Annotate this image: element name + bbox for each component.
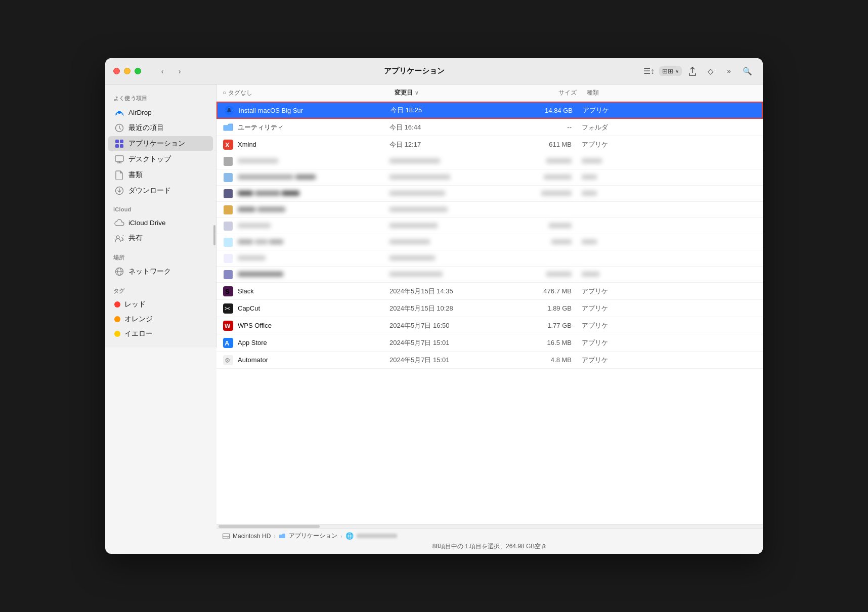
app-store-name: App Store [238,339,389,346]
file-row-capcut[interactable]: ✂ CapCut 2024年5月15日 10:28 1.89 GB アプリケ [216,300,763,317]
install-macos-kind: アプリケ [573,106,756,115]
hard-drive-icon [223,533,230,539]
svg-text:W: W [225,323,231,330]
minimize-button[interactable] [124,68,131,74]
view-selector[interactable]: ⊞⊞ ∨ [659,66,682,76]
date-column-header[interactable]: 変更日 ∨ [395,89,506,97]
share-button[interactable] [685,64,700,78]
h-scrollbar-thumb[interactable] [219,525,320,528]
file-row-blurred-5[interactable] [216,218,763,234]
svg-text:S: S [225,288,230,295]
downloads-icon [114,186,124,196]
svg-rect-3 [120,140,123,143]
svg-text:A: A [225,339,230,347]
main-content: よく使う項目 AirDrop 最近の項目 [105,84,763,554]
automator-date: 2024年5月7日 15:01 [389,356,501,365]
tag-filter-label: ○ タグなし [223,89,252,97]
sidebar-item-tag-orange[interactable]: オレンジ [108,312,213,326]
sidebar-item-network[interactable]: ネットワーク [108,264,213,279]
breadcrumb-applications: アプリケーション [289,532,337,540]
toolbar-actions: ☰↕ ⊞⊞ ∨ ◇ » 🔍 [642,64,755,78]
svg-rect-5 [120,144,123,148]
utilities-kind: フォルダ [572,123,757,132]
sidebar-item-applications[interactable]: アプリケーション [108,136,213,151]
grid-view-icon: ⊞⊞ [662,67,673,75]
xmind-name: Xmind [238,141,389,148]
sidebar: よく使う項目 AirDrop 最近の項目 [105,84,216,347]
sidebar-item-shared[interactable]: 共有 [108,231,213,246]
utilities-size: -- [501,123,572,131]
macos-installer-icon [224,105,235,116]
breadcrumb-folder-icon [279,533,286,539]
tag-orange-dot [114,316,120,322]
file-row-blurred-3[interactable] [216,186,763,202]
sidebar-item-icloud-drive[interactable]: iCloud Drive [108,215,213,230]
recents-icon [114,123,124,133]
sidebar-item-documents[interactable]: 書類 [108,167,213,183]
file-row-automator[interactable]: ⚙ Automator 2024年5月7日 15:01 4.8 MB アプリケ [216,352,763,369]
file-row-blurred-4[interactable] [216,202,763,218]
sidebar-item-desktop[interactable]: デスクトップ [108,152,213,167]
svg-rect-26 [223,534,230,539]
column-headers: ○ タグなし 変更日 ∨ サイズ 種類 [216,84,763,102]
sidebar-network-label: ネットワーク [128,267,171,276]
svg-text:X: X [225,141,230,149]
sidebar-desktop-label: デスクトップ [128,155,171,164]
xmind-size: 611 MB [501,141,572,148]
titlebar: ‹ › アプリケーション ☰↕ ⊞⊞ ∨ ◇ » 🔍 [105,58,763,84]
automator-name: Automator [238,356,389,364]
app-store-kind: アプリケ [572,338,757,347]
file-row-blurred-6[interactable] [216,234,763,250]
sidebar-documents-label: 書類 [128,170,143,180]
desktop-icon [114,154,124,164]
capcut-date: 2024年5月15日 10:28 [389,304,501,313]
automator-kind: アプリケ [572,356,757,365]
fullscreen-button[interactable] [135,68,141,74]
icloud-section-label: iCloud [105,202,216,214]
slack-kind: アプリケ [572,287,757,296]
file-row-blurred-7[interactable] [216,250,763,267]
search-button[interactable]: 🔍 [740,64,755,78]
capcut-size: 1.89 GB [501,304,572,312]
file-row-utilities[interactable]: ユーティリティ 今日 16:44 -- フォルダ [216,119,763,136]
sidebar-item-recents[interactable]: 最近の項目 [108,120,213,136]
close-button[interactable] [113,68,120,74]
file-row-install-macos[interactable]: Install macOS Big Sur 今日 18:25 14.84 GB … [216,102,763,119]
capcut-kind: アプリケ [572,304,757,313]
breadcrumb-blurred [357,534,397,538]
utilities-folder-icon [223,122,234,133]
install-macos-name: Install macOS Big Sur [239,107,390,114]
forward-button[interactable]: › [172,64,187,78]
file-row-app-store[interactable]: A App Store 2024年5月7日 15:01 16.5 MB アプリケ [216,334,763,352]
svg-rect-6 [115,156,123,161]
capcut-name: CapCut [238,304,389,312]
breadcrumb-sep-2: › [340,533,342,539]
file-row-wps-office[interactable]: W WPS Office 2024年5月7日 16:50 1.77 GB アプリ… [216,317,763,334]
install-macos-date: 今日 18:25 [390,106,502,115]
automator-size: 4.8 MB [501,356,572,364]
tag-button[interactable]: ◇ [703,64,718,78]
svg-point-27 [228,537,229,538]
sidebar-item-airdrop[interactable]: AirDrop [108,105,213,120]
file-row-xmind[interactable]: X Xmind 今日 12:17 611 MB アプリケ [216,136,763,153]
sidebar-downloads-label: ダウンロード [128,186,171,195]
file-row-blurred-8[interactable] [216,267,763,283]
sidebar-item-downloads[interactable]: ダウンロード [108,183,213,198]
list-view-button[interactable]: ☰↕ [642,64,656,78]
back-button[interactable]: ‹ [155,64,169,78]
sidebar-item-tag-yellow[interactable]: イエロー [108,327,213,341]
sidebar-tag-yellow-label: イエロー [124,329,153,338]
slack-icon: S [223,286,234,297]
more-button[interactable]: » [721,64,736,78]
file-row-slack[interactable]: S Slack 2024年5月15日 14:35 476.7 MB アプリケ [216,283,763,300]
places-section-label: 場所 [105,250,216,264]
file-row-blurred-1[interactable] [216,153,763,169]
sidebar-scrollbar[interactable] [213,225,215,245]
sidebar-tag-red-label: レッド [124,300,146,309]
breadcrumb-app-icon: 🌐 [345,532,354,540]
appstore-icon: A [223,337,234,348]
horizontal-scrollbar[interactable] [216,524,763,528]
file-row-blurred-2[interactable] [216,169,763,186]
status-bar-text: 88項目中の１項目を選択、264.98 GB空き [223,542,757,551]
sidebar-item-tag-red[interactable]: レッド [108,297,213,312]
